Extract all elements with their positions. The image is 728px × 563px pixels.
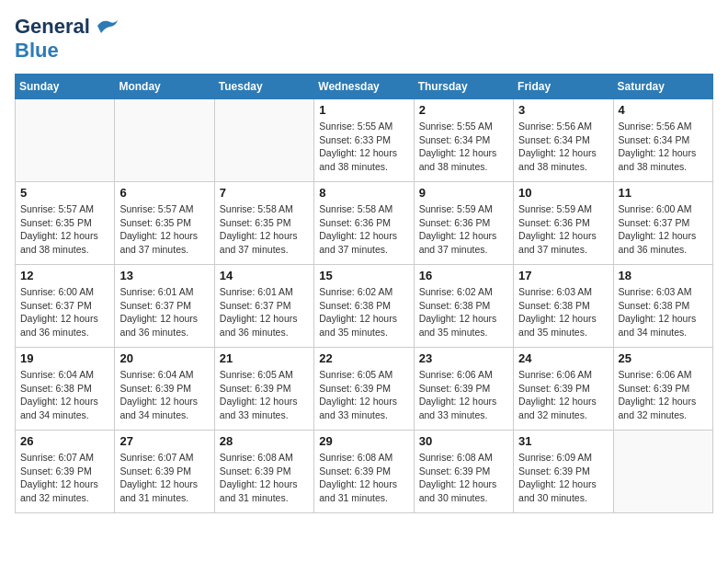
weekday-header-row: SundayMondayTuesdayWednesdayThursdayFrid… xyxy=(16,75,713,99)
calendar-cell: 6Sunrise: 5:57 AM Sunset: 6:35 PM Daylig… xyxy=(115,182,214,265)
calendar-cell: 1Sunrise: 5:55 AM Sunset: 6:33 PM Daylig… xyxy=(314,99,414,182)
day-number: 8 xyxy=(319,186,408,200)
day-number: 28 xyxy=(220,434,309,448)
day-info: Sunrise: 5:59 AM Sunset: 6:36 PM Dayligh… xyxy=(419,202,508,257)
weekday-header-sunday: Sunday xyxy=(16,75,115,99)
calendar-cell: 9Sunrise: 5:59 AM Sunset: 6:36 PM Daylig… xyxy=(414,182,513,265)
weekday-header-friday: Friday xyxy=(514,75,613,99)
day-number: 24 xyxy=(518,351,608,365)
calendar-cell: 14Sunrise: 6:01 AM Sunset: 6:37 PM Dayli… xyxy=(214,265,313,348)
day-info: Sunrise: 6:08 AM Sunset: 6:39 PM Dayligh… xyxy=(419,451,508,505)
weekday-header-thursday: Thursday xyxy=(414,75,513,99)
calendar-cell: 12Sunrise: 6:00 AM Sunset: 6:37 PM Dayli… xyxy=(16,265,115,348)
day-info: Sunrise: 6:01 AM Sunset: 6:37 PM Dayligh… xyxy=(119,285,209,339)
calendar-cell: 31Sunrise: 6:09 AM Sunset: 6:39 PM Dayli… xyxy=(514,431,613,513)
day-info: Sunrise: 6:09 AM Sunset: 6:39 PM Dayligh… xyxy=(518,451,608,505)
calendar-cell: 21Sunrise: 6:05 AM Sunset: 6:39 PM Dayli… xyxy=(214,348,313,431)
day-number: 11 xyxy=(619,186,708,200)
calendar-cell: 24Sunrise: 6:06 AM Sunset: 6:39 PM Dayli… xyxy=(514,348,613,431)
day-number: 13 xyxy=(119,269,209,282)
day-number: 14 xyxy=(220,269,309,282)
calendar-week-row: 5Sunrise: 5:57 AM Sunset: 6:35 PM Daylig… xyxy=(16,182,713,265)
calendar-cell: 27Sunrise: 6:07 AM Sunset: 6:39 PM Dayli… xyxy=(115,431,214,513)
day-info: Sunrise: 6:02 AM Sunset: 6:38 PM Dayligh… xyxy=(319,285,408,339)
day-info: Sunrise: 5:55 AM Sunset: 6:33 PM Dayligh… xyxy=(319,120,408,174)
calendar-cell: 17Sunrise: 6:03 AM Sunset: 6:38 PM Dayli… xyxy=(514,265,613,348)
day-number: 30 xyxy=(419,434,508,448)
day-info: Sunrise: 5:57 AM Sunset: 6:35 PM Dayligh… xyxy=(20,202,109,257)
day-number: 26 xyxy=(20,434,109,448)
logo-bird-icon xyxy=(94,17,119,37)
calendar-cell: 16Sunrise: 6:02 AM Sunset: 6:38 PM Dayli… xyxy=(414,265,513,348)
calendar-cell: 5Sunrise: 5:57 AM Sunset: 6:35 PM Daylig… xyxy=(16,182,115,265)
calendar-cell: 20Sunrise: 6:04 AM Sunset: 6:39 PM Dayli… xyxy=(115,348,214,431)
calendar-week-row: 26Sunrise: 6:07 AM Sunset: 6:39 PM Dayli… xyxy=(16,431,713,513)
day-info: Sunrise: 6:05 AM Sunset: 6:39 PM Dayligh… xyxy=(319,368,408,422)
calendar-cell xyxy=(16,99,115,182)
day-info: Sunrise: 5:58 AM Sunset: 6:35 PM Dayligh… xyxy=(220,202,309,257)
day-number: 5 xyxy=(20,186,109,200)
calendar-cell: 11Sunrise: 6:00 AM Sunset: 6:37 PM Dayli… xyxy=(613,182,712,265)
day-number: 17 xyxy=(518,269,608,282)
day-number: 19 xyxy=(20,351,109,365)
calendar-cell: 13Sunrise: 6:01 AM Sunset: 6:37 PM Dayli… xyxy=(115,265,214,348)
calendar-cell: 22Sunrise: 6:05 AM Sunset: 6:39 PM Dayli… xyxy=(314,348,414,431)
day-number: 21 xyxy=(220,351,309,365)
calendar-cell: 25Sunrise: 6:06 AM Sunset: 6:39 PM Dayli… xyxy=(613,348,712,431)
day-number: 18 xyxy=(619,269,708,282)
day-number: 12 xyxy=(20,269,109,282)
day-number: 9 xyxy=(419,186,508,200)
day-number: 27 xyxy=(119,434,209,448)
day-number: 25 xyxy=(619,351,708,365)
calendar-cell: 3Sunrise: 5:56 AM Sunset: 6:34 PM Daylig… xyxy=(514,99,613,182)
calendar-cell: 7Sunrise: 5:58 AM Sunset: 6:35 PM Daylig… xyxy=(214,182,313,265)
day-info: Sunrise: 5:55 AM Sunset: 6:34 PM Dayligh… xyxy=(419,120,508,174)
day-info: Sunrise: 6:04 AM Sunset: 6:38 PM Dayligh… xyxy=(20,368,109,422)
day-number: 16 xyxy=(419,269,508,282)
day-info: Sunrise: 6:00 AM Sunset: 6:37 PM Dayligh… xyxy=(619,202,708,257)
logo-blue-text: Blue xyxy=(15,39,59,62)
logo: General Blue xyxy=(15,15,119,63)
calendar-table: SundayMondayTuesdayWednesdayThursdayFrid… xyxy=(15,74,713,513)
day-info: Sunrise: 6:08 AM Sunset: 6:39 PM Dayligh… xyxy=(220,451,309,505)
day-info: Sunrise: 6:03 AM Sunset: 6:38 PM Dayligh… xyxy=(619,285,708,339)
calendar-cell: 8Sunrise: 5:58 AM Sunset: 6:36 PM Daylig… xyxy=(314,182,414,265)
day-number: 1 xyxy=(319,103,408,117)
calendar-cell: 28Sunrise: 6:08 AM Sunset: 6:39 PM Dayli… xyxy=(214,431,313,513)
day-info: Sunrise: 6:02 AM Sunset: 6:38 PM Dayligh… xyxy=(419,285,508,339)
day-info: Sunrise: 6:07 AM Sunset: 6:39 PM Dayligh… xyxy=(20,451,109,505)
day-number: 7 xyxy=(220,186,309,200)
day-number: 20 xyxy=(119,351,209,365)
page-header: General Blue xyxy=(15,15,713,63)
calendar-cell: 2Sunrise: 5:55 AM Sunset: 6:34 PM Daylig… xyxy=(414,99,513,182)
calendar-cell: 15Sunrise: 6:02 AM Sunset: 6:38 PM Dayli… xyxy=(314,265,414,348)
day-number: 10 xyxy=(518,186,608,200)
calendar-cell xyxy=(115,99,214,182)
day-number: 23 xyxy=(419,351,508,365)
day-info: Sunrise: 5:59 AM Sunset: 6:36 PM Dayligh… xyxy=(518,202,608,257)
day-number: 3 xyxy=(518,103,608,117)
calendar-cell xyxy=(613,431,712,513)
weekday-header-saturday: Saturday xyxy=(613,75,712,99)
day-info: Sunrise: 6:00 AM Sunset: 6:37 PM Dayligh… xyxy=(20,285,109,339)
logo-general-text: General xyxy=(15,15,90,39)
calendar-cell: 19Sunrise: 6:04 AM Sunset: 6:38 PM Dayli… xyxy=(16,348,115,431)
day-info: Sunrise: 5:56 AM Sunset: 6:34 PM Dayligh… xyxy=(518,120,608,174)
calendar-cell: 26Sunrise: 6:07 AM Sunset: 6:39 PM Dayli… xyxy=(16,431,115,513)
day-info: Sunrise: 6:06 AM Sunset: 6:39 PM Dayligh… xyxy=(619,368,708,422)
day-info: Sunrise: 6:08 AM Sunset: 6:39 PM Dayligh… xyxy=(319,451,408,505)
weekday-header-monday: Monday xyxy=(115,75,214,99)
weekday-header-wednesday: Wednesday xyxy=(314,75,414,99)
day-info: Sunrise: 6:07 AM Sunset: 6:39 PM Dayligh… xyxy=(119,451,209,505)
calendar-cell: 18Sunrise: 6:03 AM Sunset: 6:38 PM Dayli… xyxy=(613,265,712,348)
day-info: Sunrise: 6:06 AM Sunset: 6:39 PM Dayligh… xyxy=(419,368,508,422)
calendar-cell: 23Sunrise: 6:06 AM Sunset: 6:39 PM Dayli… xyxy=(414,348,513,431)
calendar-week-row: 19Sunrise: 6:04 AM Sunset: 6:38 PM Dayli… xyxy=(16,348,713,431)
calendar-cell: 4Sunrise: 5:56 AM Sunset: 6:34 PM Daylig… xyxy=(613,99,712,182)
calendar-cell: 30Sunrise: 6:08 AM Sunset: 6:39 PM Dayli… xyxy=(414,431,513,513)
calendar-week-row: 1Sunrise: 5:55 AM Sunset: 6:33 PM Daylig… xyxy=(16,99,713,182)
day-info: Sunrise: 6:03 AM Sunset: 6:38 PM Dayligh… xyxy=(518,285,608,339)
day-info: Sunrise: 6:06 AM Sunset: 6:39 PM Dayligh… xyxy=(518,368,608,422)
day-number: 22 xyxy=(319,351,408,365)
weekday-header-tuesday: Tuesday xyxy=(214,75,313,99)
